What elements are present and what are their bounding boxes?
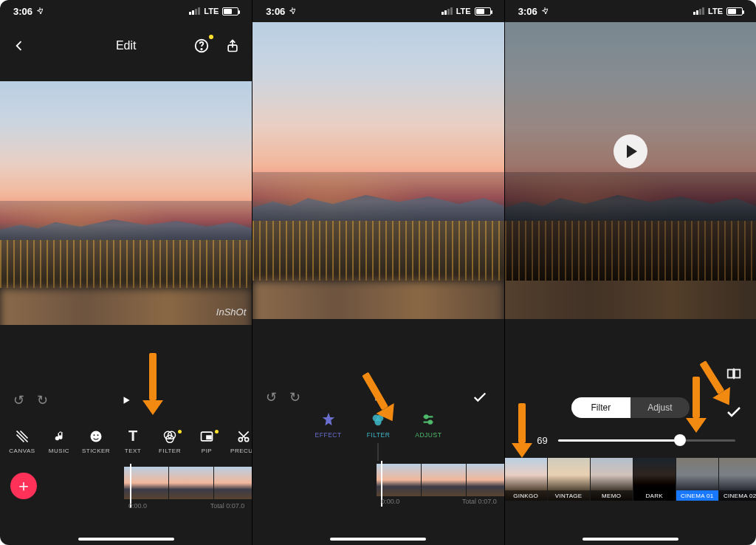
share-button[interactable] xyxy=(224,37,241,55)
svg-point-4 xyxy=(94,434,95,436)
filter-option-cinema-01[interactable]: CINEMA 01 xyxy=(676,458,718,501)
tab-marker xyxy=(378,443,379,461)
playback-row: ↺ ↻ xyxy=(0,385,252,415)
segment-filter[interactable]: Filter xyxy=(571,397,630,418)
filter-option-vintage[interactable]: VINTAGE xyxy=(548,458,590,501)
filter-icon xyxy=(162,428,178,445)
tool-filter[interactable]: FILTER xyxy=(152,428,188,454)
svg-rect-21 xyxy=(735,370,740,378)
confirm-button[interactable] xyxy=(725,403,743,421)
screen-filter-select: 3:06 LTE Filter Adjust 69 xyxy=(504,0,756,545)
time-current: 0:00.0 xyxy=(128,502,147,510)
help-button[interactable] xyxy=(193,37,210,55)
status-bar: 3:06 LTE xyxy=(505,0,756,22)
status-time: 3:06 xyxy=(13,6,32,17)
home-indicator[interactable] xyxy=(330,538,426,541)
video-preview[interactable] xyxy=(252,22,504,319)
screen-filter-category: 3:06 LTE ↺ ↻ EF xyxy=(252,0,504,545)
slider-value: 69 xyxy=(527,435,548,446)
intensity-slider-row: 69 xyxy=(527,431,735,449)
tool-strip: CANVAS MUSIC STICKER T TEXT FILTER PI xyxy=(0,419,252,462)
tool-text[interactable]: T TEXT xyxy=(115,428,151,454)
tool-sticker[interactable]: STICKER xyxy=(78,428,114,454)
segment-adjust[interactable]: Adjust xyxy=(630,397,690,418)
video-preview[interactable] xyxy=(0,81,252,325)
svg-point-1 xyxy=(202,49,202,49)
filter-list[interactable]: GINKGOVINTAGEMEMODARKCINEMA 01CINEMA 02C… xyxy=(505,458,756,508)
svg-point-18 xyxy=(425,415,427,418)
tab-filter[interactable]: FILTER xyxy=(367,411,391,446)
watermark[interactable]: InShOt xyxy=(216,306,246,318)
canvas-icon xyxy=(14,428,30,445)
svg-point-3 xyxy=(91,431,102,442)
svg-point-5 xyxy=(97,434,99,436)
status-bar: 3:06 LTE xyxy=(0,0,252,22)
confirm-button[interactable] xyxy=(472,389,488,405)
tool-pip[interactable]: PIP xyxy=(189,428,224,454)
screen-edit-home: 3:06 LTE Edit xyxy=(0,0,252,545)
filter-adjust-segment[interactable]: Filter Adjust xyxy=(571,397,690,418)
pip-icon xyxy=(199,428,215,445)
slider-thumb[interactable] xyxy=(674,434,686,446)
undo-button[interactable]: ↺ xyxy=(266,389,277,405)
redo-button[interactable]: ↻ xyxy=(289,389,300,405)
music-icon xyxy=(51,428,67,445)
playhead[interactable] xyxy=(130,464,131,508)
svg-rect-10 xyxy=(207,436,211,439)
nav-bar: Edit xyxy=(0,30,252,62)
intensity-slider[interactable] xyxy=(558,439,735,442)
tool-precut[interactable]: PRECUT xyxy=(226,428,252,454)
filter-option-ginkgo[interactable]: GINKGO xyxy=(505,458,547,501)
playback-row: ↺ ↻ xyxy=(252,383,504,412)
effect-icon xyxy=(320,411,337,428)
filter-option-dark[interactable]: DARK xyxy=(633,458,676,501)
home-indicator[interactable] xyxy=(583,538,678,541)
undo-button[interactable]: ↺ xyxy=(13,392,24,408)
adjust-icon xyxy=(419,411,437,428)
home-indicator[interactable] xyxy=(78,538,174,541)
tool-music[interactable]: MUSIC xyxy=(41,428,77,454)
filter-option-memo[interactable]: MEMO xyxy=(591,458,633,501)
filter-tabs: EFFECT FILTER ADJUST xyxy=(252,411,504,446)
svg-rect-20 xyxy=(728,370,733,378)
filter-tab-icon xyxy=(369,411,387,428)
network-label: LTE xyxy=(204,7,219,16)
redo-button[interactable]: ↻ xyxy=(37,392,48,408)
annotation-arrow xyxy=(693,377,707,433)
filter-option-cinema-02[interactable]: CINEMA 02 xyxy=(719,458,756,501)
tool-canvas[interactable]: CANVAS xyxy=(4,428,40,454)
status-bar: 3:06 LTE xyxy=(252,0,504,22)
video-preview[interactable] xyxy=(505,22,756,319)
play-button[interactable] xyxy=(373,392,383,402)
tab-adjust[interactable]: ADJUST xyxy=(415,411,441,446)
cell-bars-icon xyxy=(189,7,200,15)
time-total: Total 0:07.0 xyxy=(210,502,245,510)
compare-button[interactable] xyxy=(724,363,744,384)
play-button[interactable] xyxy=(121,395,131,405)
play-button[interactable] xyxy=(614,134,647,168)
back-button[interactable] xyxy=(10,37,28,55)
timeline[interactable]: 0:00.0 Total 0:07.0 xyxy=(124,467,252,513)
svg-point-19 xyxy=(429,421,432,424)
text-icon: T xyxy=(125,428,141,445)
timeline[interactable]: 0:00.0 Total 0:07.0 xyxy=(377,464,504,511)
add-clip-button[interactable]: ＋ xyxy=(10,473,37,499)
sticker-icon xyxy=(88,428,104,445)
precut-icon xyxy=(236,428,252,445)
annotation-arrow xyxy=(518,403,532,458)
battery-icon xyxy=(222,7,238,16)
tab-effect[interactable]: EFFECT xyxy=(315,411,342,446)
svg-point-17 xyxy=(375,419,382,425)
